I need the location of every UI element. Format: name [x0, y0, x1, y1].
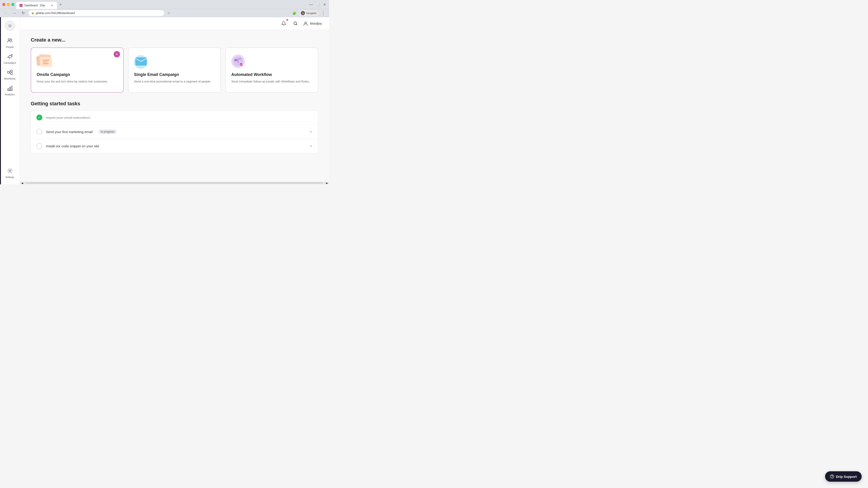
close-browser-button[interactable]: ✕ — [322, 2, 327, 7]
svg-rect-10 — [11, 86, 12, 90]
logo-icon: ☺ — [6, 22, 14, 30]
scroll-track — [26, 183, 323, 184]
sidebar-item-workflows[interactable]: Workflows — [2, 67, 18, 82]
task-check-done-import: ✓ — [36, 115, 42, 121]
browser-actions: 🧩 🕵 Incognito ⋮ — [291, 9, 327, 17]
workflow-card[interactable]: Automated Workflow Send immediate follow… — [225, 47, 318, 93]
workflows-icon — [7, 69, 13, 76]
onsite-line-1 — [43, 60, 50, 61]
people-icon — [7, 37, 13, 45]
user-name: Moodjoy — [310, 22, 322, 25]
window-controls — [2, 3, 14, 6]
onsite-line-2 — [43, 61, 48, 62]
svg-point-13 — [305, 22, 307, 24]
back-button[interactable]: ← — [3, 10, 9, 16]
onsite-campaign-card[interactable]: + — [31, 47, 124, 93]
task-item-import: ✓ Import your email subscribers — [31, 110, 318, 125]
onsite-card-lines — [41, 58, 51, 66]
lock-icon: 🔒 — [31, 11, 34, 14]
onsite-illustration — [37, 54, 55, 69]
task-text-first-email: Send your first marketing email — [46, 130, 93, 134]
svg-point-2 — [8, 39, 10, 40]
extensions-button[interactable]: 🧩 — [291, 10, 297, 16]
svg-point-3 — [10, 39, 11, 40]
sidebar-nav: People Campaigns — [0, 35, 20, 98]
content-area: Create a new... + — [20, 30, 329, 160]
task-text-import: Import your email subscribers — [46, 116, 90, 120]
browser-menu-button[interactable]: ⋮ — [320, 9, 327, 17]
workflow-icon-area — [231, 53, 312, 69]
tab-title: Dashboard · Drip — [24, 4, 45, 7]
onsite-card-title: Onsite Campaign — [37, 72, 118, 77]
tab-close-icon[interactable]: ✕ — [50, 4, 54, 7]
user-menu[interactable]: Moodjoy — [303, 21, 322, 26]
address-bar[interactable]: 🔒 getdrip.com/7641396/dashboard — [29, 10, 164, 16]
scroll-left-button[interactable]: ◂ — [20, 182, 24, 184]
svg-rect-7 — [11, 73, 12, 74]
sidebar-item-settings[interactable]: Settings — [2, 165, 18, 181]
svg-text:☺: ☺ — [7, 23, 12, 28]
tab-favicon: 🌀 — [20, 4, 23, 7]
svg-point-4 — [11, 54, 12, 56]
sidebar-item-label-campaigns: Campaigns — [4, 61, 16, 64]
notification-dot — [286, 19, 288, 21]
tab-bar: 🌀 Dashboard · Drip ✕ + — ⬜ ✕ — [16, 1, 327, 8]
task-text-code-snippet: Install our code snippet on your site — [46, 144, 99, 148]
sidebar-item-label-analytics: Analytics — [5, 93, 15, 96]
main-content: Moodjoy Create a new... + — [20, 17, 329, 184]
email-icon-area — [134, 53, 215, 69]
email-campaign-card[interactable]: Single Email Campaign Send a one-time pr… — [128, 47, 221, 93]
refresh-button[interactable]: ↻ — [20, 10, 26, 16]
active-tab[interactable]: 🌀 Dashboard · Drip ✕ — [16, 2, 57, 9]
sidebar-accent — [0, 17, 1, 184]
app-container: ☺ People — [0, 17, 329, 184]
email-card-desc: Send a one-time promotional email to a s… — [134, 79, 215, 84]
task-arrow-icon: → — [309, 129, 313, 134]
window-minimize-button[interactable] — [7, 3, 10, 6]
task-item-first-email[interactable]: Send your first marketing email In progr… — [31, 125, 318, 139]
svg-rect-16 — [235, 59, 237, 61]
cards-grid: + — [31, 47, 318, 93]
workflow-icon-svg — [232, 55, 244, 67]
search-button[interactable] — [291, 20, 300, 28]
tasks-container: ✓ Import your email subscribers Send you… — [31, 110, 318, 153]
incognito-icon: 🕵 — [301, 11, 305, 15]
task-check-pending-snippet — [36, 143, 42, 149]
sidebar-item-label-settings: Settings — [5, 176, 14, 178]
sidebar-item-campaigns[interactable]: Campaigns — [2, 51, 18, 66]
bell-icon — [281, 21, 286, 26]
scroll-right-button[interactable]: ▸ — [324, 182, 329, 184]
svg-rect-8 — [8, 89, 9, 90]
new-tab-button[interactable]: + — [58, 2, 63, 7]
bookmark-button[interactable]: ☆ — [166, 10, 171, 16]
window-close-button[interactable] — [2, 3, 5, 6]
drip-logo[interactable]: ☺ — [4, 20, 16, 31]
campaigns-icon — [7, 53, 13, 61]
sidebar-item-analytics[interactable]: Analytics — [2, 83, 18, 98]
getting-started-title: Getting started tasks — [31, 101, 318, 107]
onsite-line-3 — [43, 63, 49, 64]
incognito-badge: 🕵 Incognito — [299, 10, 319, 16]
incognito-label: Incognito — [306, 12, 316, 14]
restore-browser-button[interactable]: ⬜ — [315, 2, 321, 7]
sidebar-item-label-workflows: Workflows — [4, 77, 16, 80]
svg-rect-5 — [7, 71, 9, 73]
email-card-title: Single Email Campaign — [134, 72, 215, 77]
task-item-code-snippet[interactable]: Install our code snippet on your site → — [31, 139, 318, 153]
onsite-card-front — [40, 57, 52, 67]
sidebar-bottom: Settings — [2, 165, 18, 181]
task-badge-in-progress: In progress — [98, 129, 117, 134]
settings-icon — [7, 168, 13, 175]
horizontal-scrollbar[interactable]: ◂ ▸ — [20, 182, 329, 184]
email-illustration — [134, 55, 150, 68]
onsite-plus-button[interactable]: + — [114, 51, 120, 57]
minimize-browser-button[interactable]: — — [308, 1, 314, 8]
browser-chrome: 🌀 Dashboard · Drip ✕ + — ⬜ ✕ — [0, 0, 329, 9]
forward-button[interactable]: → — [11, 10, 18, 16]
svg-rect-9 — [9, 87, 10, 90]
task-arrow-snippet-icon: → — [309, 144, 313, 149]
sidebar-item-people[interactable]: People — [2, 35, 18, 51]
window-maximize-button[interactable] — [11, 3, 14, 6]
svg-rect-6 — [11, 70, 12, 72]
task-check-pending-email — [36, 129, 42, 135]
